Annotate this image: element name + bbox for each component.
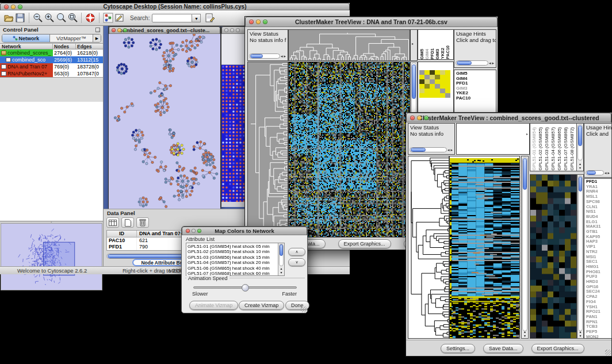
zoom-selected-icon[interactable] (55, 12, 67, 24)
network-row[interactable]: DNA and Tran 07 769(0) 183728(0) (0, 63, 103, 70)
animation-speed-label: Animation Speed (186, 275, 230, 281)
network-row[interactable]: RNAPuberNov2+ 563(0) 107847(0) (0, 70, 103, 77)
animate-vizmap-button[interactable]: Animate Vizmap (189, 301, 238, 310)
usage-hints-panel: Usage Hints Click and drag to ◂▸ (454, 29, 496, 68)
column-label[interactable]: GIM4 (424, 49, 430, 59)
attribute-list[interactable]: GPL51-01 (GSM854) heat shock 05 minGPL51… (186, 243, 285, 276)
advanced-search-icon[interactable] (204, 12, 216, 24)
save-session-icon[interactable] (14, 12, 26, 24)
attribute-item[interactable]: GPL51-06 (GSM865) heat shock 40 min (188, 266, 277, 271)
close-button[interactable] (249, 20, 254, 24)
column-label[interactable]: GPL51-01 (GSM854) (531, 127, 538, 171)
network-row[interactable]: combined_scores_ 2764(0) 16218(0) (0, 49, 103, 56)
zoom-window-button[interactable] (123, 28, 127, 32)
row-label[interactable]: PAC10 (456, 96, 496, 101)
usage-hints-scrollbar[interactable]: ◂▸ (586, 170, 610, 176)
move-down-button[interactable]: ∨ (288, 258, 305, 266)
zoom-window-button[interactable] (236, 28, 240, 32)
column-label[interactable]: GPL51-04 (GSM857) (550, 127, 557, 171)
annotation-icon[interactable] (114, 12, 125, 24)
attribute-item[interactable]: GPL51-01 (GSM854) heat shock 05 min (188, 244, 277, 249)
column-label[interactable]: PAC10 (445, 45, 450, 59)
minimize-button[interactable] (417, 116, 422, 120)
attribute-item[interactable]: GPL51-02 (GSM855) heat shock 10 min (188, 249, 277, 254)
gene-label[interactable]: MON2 (586, 335, 611, 339)
treeview-action-button[interactable]: Save Data... (483, 344, 523, 353)
minimize-button[interactable] (230, 28, 234, 32)
zoom-window-button[interactable] (424, 116, 429, 120)
network-row[interactable]: combined_sco 2569(6) 13112(15) (0, 56, 103, 63)
tab-vizmapper[interactable]: VizMapper™ (50, 35, 93, 42)
search-dropdown-button[interactable]: ▼ (192, 14, 201, 22)
close-button[interactable] (4, 5, 9, 9)
zoom-window-button[interactable] (197, 229, 201, 233)
view-status-panel: View Status No status info f ◂▸ (247, 29, 288, 61)
network-canvas[interactable] (109, 34, 220, 209)
zoom-in-icon[interactable] (44, 12, 55, 24)
search-input[interactable] (152, 14, 192, 22)
gene-labels-panel: PFD1YRA1RNR4MSL1SPC98CLN1NIS1BUD4ELG1MAK… (584, 178, 612, 339)
heatmap-canvas[interactable] (449, 156, 520, 339)
similarity-matrix[interactable] (419, 70, 450, 98)
heatmap-canvas[interactable] (288, 62, 410, 237)
minimize-button[interactable] (117, 28, 121, 32)
control-panel: Control Panel Network VizMapper™ ▶ Netwo… (0, 26, 104, 266)
slider-handle[interactable] (242, 284, 249, 292)
close-button[interactable] (224, 28, 228, 32)
minimize-button[interactable] (256, 20, 261, 24)
attribute-item[interactable]: GPL51-03 (GSM856) heat shock 15 min (188, 255, 277, 260)
attribute-table-icon[interactable] (106, 217, 119, 228)
desktop-background: Cytoscape Desktop (Session Name: collins… (0, 0, 612, 364)
column-label[interactable]: YKE2 (440, 48, 445, 59)
attribute-item[interactable]: GPL51-04 (GSM857) heat shock 20 min (188, 260, 277, 265)
slower-label: Slower (192, 291, 208, 297)
main-titlebar[interactable]: Cytoscape Desktop (Session Name: collins… (0, 3, 350, 10)
column-label[interactable]: GPL51-03 (GSM856) (544, 127, 550, 171)
column-label[interactable]: PFD1 (430, 48, 435, 59)
attribute-list-scrollbar[interactable]: ▴▾ (278, 243, 284, 275)
column-dendrogram[interactable] (288, 29, 410, 61)
zoom-window-button[interactable] (18, 5, 22, 9)
row-dendrogram[interactable] (247, 62, 288, 237)
column-labels-vscrollbar[interactable]: ▴▾ (576, 124, 583, 171)
view-status-scrollbar[interactable]: ◂▸ (249, 53, 286, 59)
minimize-button[interactable] (11, 5, 16, 9)
close-button[interactable] (112, 28, 116, 32)
column-label[interactable]: GPL51-06 (GSM865) (557, 127, 563, 171)
row-dendrogram[interactable] (408, 156, 449, 339)
column-label[interactable]: GPL51-02 (GSM855) (538, 127, 544, 171)
zoom-window-button[interactable] (263, 20, 267, 24)
zoom-out-icon[interactable] (32, 12, 44, 24)
help-icon[interactable] (85, 12, 96, 24)
create-vizmap-button[interactable]: Create Vizmap (239, 301, 284, 310)
column-label[interactable]: GIM5 (419, 49, 424, 59)
zoom-heatmap-canvas[interactable] (530, 174, 577, 339)
treeview-action-button[interactable]: Settings... (441, 344, 475, 353)
column-label[interactable]: GPL51-07 (GSM868) (563, 127, 569, 171)
close-button[interactable] (410, 116, 415, 120)
usage-hints-scrollbar[interactable]: ◂▸ (456, 60, 495, 66)
column-label[interactable]: GPL51-08 (GSM872) (569, 127, 576, 171)
move-up-button[interactable]: ∧ (288, 248, 305, 256)
treeview-action-button[interactable]: Export Graphics... (531, 344, 584, 353)
minimize-button[interactable] (192, 229, 196, 233)
animation-speed-slider[interactable] (193, 286, 297, 289)
column-label[interactable]: GIM3 (435, 49, 440, 59)
open-session-icon[interactable] (3, 12, 14, 24)
network-row-icon (1, 64, 6, 69)
new-attribute-icon[interactable] (121, 217, 134, 228)
column-labels-panel: GPL51-01 (GSM854)GPL51-02 (GSM855)GPL51-… (530, 123, 584, 171)
zoom-heatmap-vscrollbar[interactable]: ▴▾ (577, 174, 584, 339)
heatmap-vscrollbar[interactable]: ▴▾ (521, 156, 529, 339)
tab-network[interactable]: Network (2, 35, 50, 42)
birdseye-view[interactable] (1, 223, 102, 290)
float-panel-icon[interactable] (95, 28, 100, 32)
close-button[interactable] (186, 229, 190, 233)
delete-attribute-icon[interactable] (136, 217, 149, 228)
view-status-scrollbar[interactable]: ◂▸ (410, 147, 453, 153)
network-view-window: combined_scores_good.txt--cluste... (108, 26, 221, 209)
tab-overflow-arrow[interactable]: ▶ (93, 35, 101, 42)
treeview-action-button[interactable]: Export Graphics... (338, 239, 391, 248)
vizmapper-icon[interactable] (102, 12, 114, 24)
zoom-fit-icon[interactable] (67, 12, 78, 24)
